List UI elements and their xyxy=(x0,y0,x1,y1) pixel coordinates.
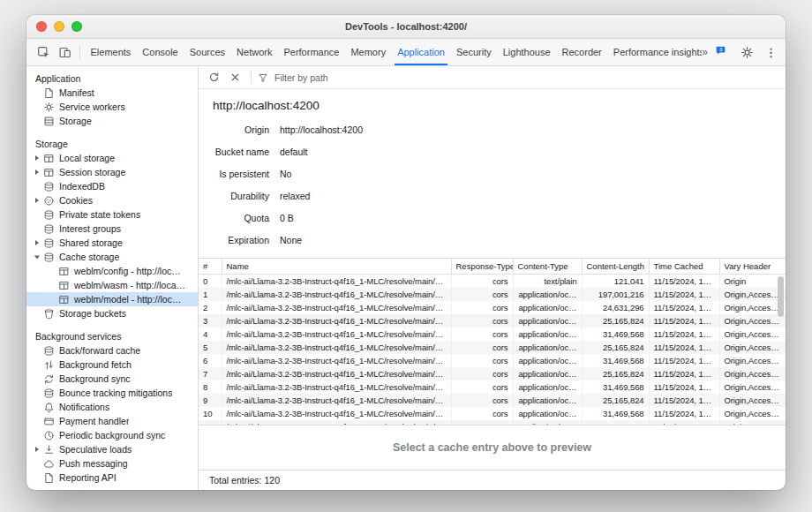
sidebar-item-private-state-tokens[interactable]: Private state tokens xyxy=(26,207,198,222)
grid-icon xyxy=(58,266,70,277)
column-header-vary-header[interactable]: Vary Header xyxy=(719,259,786,275)
sidebar-item-cookies[interactable]: Cookies xyxy=(26,193,198,207)
cell-content-length: 197,001,216 xyxy=(582,288,649,301)
sidebar-item-weblm-config-http-loc[interactable]: weblm/config - http://loc… xyxy=(26,264,198,278)
cell-: 10 xyxy=(199,407,222,420)
column-header-name[interactable]: Name xyxy=(222,259,451,275)
column-header-content-length[interactable]: Content-Length xyxy=(582,259,649,275)
cell-content-type: text/plain xyxy=(513,275,582,289)
close-window-button[interactable] xyxy=(36,21,47,32)
sidebar-item-reporting-api[interactable]: Reporting API xyxy=(26,471,198,485)
sidebar-item-background-fetch[interactable]: Background fetch xyxy=(26,358,198,372)
main-menu-button[interactable]: ⋮ xyxy=(765,46,777,59)
cache-entry-row[interactable]: 3/mlc-ai/Llama-3.2-3B-Instruct-q4f16_1-M… xyxy=(199,314,786,328)
toolbar-separator xyxy=(251,71,252,84)
minimize-window-button[interactable] xyxy=(54,21,64,32)
issues-counter-button[interactable]: 3 xyxy=(715,44,728,60)
column-header-[interactable]: # xyxy=(199,259,222,275)
chevron-right-icon[interactable] xyxy=(34,151,43,165)
sidebar-item-weblm-wasm-http-loca[interactable]: weblm/wasm - http://loca… xyxy=(26,278,198,292)
report-field-durability: Durabilityrelaxed xyxy=(199,184,786,207)
titlebar[interactable]: DevTools - localhost:4200/ xyxy=(26,15,786,39)
sidebar-item-manifest[interactable]: Manifest xyxy=(26,86,198,100)
cache-entry-row[interactable]: 7/mlc-ai/Llama-3.2-3B-Instruct-q4f16_1-M… xyxy=(199,367,786,380)
cell-response-type: cors xyxy=(451,288,513,301)
cache-entry-row[interactable]: 8/mlc-ai/Llama-3.2-3B-Instruct-q4f16_1-M… xyxy=(199,380,786,394)
sidebar-section-application[interactable]: Application xyxy=(26,72,198,86)
fullscreen-window-button[interactable] xyxy=(71,21,82,32)
sidebar-item-storage[interactable]: Storage xyxy=(26,114,198,128)
sidebar-item-notifications[interactable]: Notifications xyxy=(26,400,198,414)
sidebar-item-shared-storage[interactable]: Shared storage xyxy=(26,236,198,250)
sidebar-item-interest-groups[interactable]: Interest groups xyxy=(26,222,198,236)
sidebar-item-session-storage[interactable]: Session storage xyxy=(26,165,198,179)
tab-network[interactable]: Network xyxy=(231,39,278,65)
sidebar-item-back-forward-cache[interactable]: Back/forward cache xyxy=(26,343,198,358)
sidebar-item-periodic-background-sync[interactable]: Periodic background sync xyxy=(26,428,198,442)
table-scrollbar[interactable] xyxy=(778,276,784,317)
chevron-right-icon[interactable] xyxy=(34,165,43,179)
cell-content-type: application/oc… xyxy=(513,407,582,420)
expander-spacer xyxy=(34,86,43,100)
expander-spacer xyxy=(34,372,43,386)
tab-application[interactable]: Application xyxy=(392,39,451,65)
field-label: Origin xyxy=(207,124,269,135)
device-toolbar-button[interactable] xyxy=(54,41,75,63)
more-panels-button[interactable]: » xyxy=(702,46,707,58)
cache-entry-row[interactable]: 6/mlc-ai/Llama-3.2-3B-Instruct-q4f16_1-M… xyxy=(199,354,786,367)
tab-recorder[interactable]: Recorder xyxy=(556,39,607,65)
cache-entry-row[interactable]: 11/mlc-ai/Llama-3.2-3B-Instruct-q4f16_1-… xyxy=(199,420,786,425)
sidebar-item-weblm-model-http-loc[interactable]: weblm/model - http://loc… xyxy=(26,292,198,306)
expander-spacer xyxy=(34,114,43,128)
cache-entry-row[interactable]: 10/mlc-ai/Llama-3.2-3B-Instruct-q4f16_1-… xyxy=(199,407,786,420)
sidebar-section-background-services[interactable]: Background services xyxy=(26,329,198,343)
column-header-content-type[interactable]: Content-Type xyxy=(513,259,582,275)
cache-entry-row[interactable]: 1/mlc-ai/Llama-3.2-3B-Instruct-q4f16_1-M… xyxy=(199,288,786,301)
chevron-right-icon[interactable] xyxy=(34,236,43,250)
sidebar-item-label: Background fetch xyxy=(59,359,132,370)
sidebar-item-label: Shared storage xyxy=(59,237,123,248)
cache-entry-row[interactable]: 0/mlc-ai/Llama-3.2-3B-Instruct-q4f16_1-M… xyxy=(199,275,786,289)
bell-icon xyxy=(43,402,55,413)
cache-entry-row[interactable]: 5/mlc-ai/Llama-3.2-3B-Instruct-q4f16_1-M… xyxy=(199,341,786,354)
sync-icon xyxy=(43,373,55,385)
chevron-down-icon[interactable] xyxy=(34,250,43,264)
sidebar-item-storage-buckets[interactable]: Storage buckets xyxy=(26,306,198,320)
sidebar-item-service-workers[interactable]: Service workers xyxy=(26,100,198,114)
cache-entry-row[interactable]: 9/mlc-ai/Llama-3.2-3B-Instruct-q4f16_1-M… xyxy=(199,394,786,407)
sidebar-item-payment-handler[interactable]: Payment handler xyxy=(26,414,198,428)
tab-performance-insights[interactable]: Performance insights xyxy=(607,39,702,65)
cell-time-cached: 11/15/2024, 10… xyxy=(649,288,719,301)
cell-: 8 xyxy=(199,380,222,394)
tab-performance[interactable]: Performance xyxy=(278,39,345,65)
sidebar-section-storage[interactable]: Storage xyxy=(26,137,198,151)
sidebar-item-cache-storage[interactable]: Cache storage xyxy=(26,250,198,264)
column-header-time-cached[interactable]: Time Cached xyxy=(649,259,719,275)
tab-console[interactable]: Console xyxy=(137,39,184,65)
sidebar-item-bounce-tracking-mitigations[interactable]: Bounce tracking mitigations xyxy=(26,386,198,400)
delete-selected-button[interactable] xyxy=(225,68,244,87)
chevron-right-icon[interactable] xyxy=(34,442,43,456)
refresh-button[interactable] xyxy=(204,68,223,87)
sidebar-item-local-storage[interactable]: Local storage xyxy=(26,151,198,165)
cache-entry-row[interactable]: 2/mlc-ai/Llama-3.2-3B-Instruct-q4f16_1-M… xyxy=(199,301,786,314)
cache-entry-row[interactable]: 4/mlc-ai/Llama-3.2-3B-Instruct-q4f16_1-M… xyxy=(199,328,786,341)
tab-lighthouse[interactable]: Lighthouse xyxy=(497,39,556,65)
tab-security[interactable]: Security xyxy=(450,39,497,65)
sidebar-item-indexeddb[interactable]: IndexedDB xyxy=(26,179,198,193)
sidebar-item-speculative-loads[interactable]: Speculative loads xyxy=(26,442,198,456)
status-bar: Total entries: 120 xyxy=(199,470,786,490)
settings-button[interactable] xyxy=(736,41,757,63)
cache-storage-panel: http://localhost:4200 Originhttp://local… xyxy=(199,66,786,490)
tab-elements[interactable]: Elements xyxy=(85,39,137,65)
sidebar-item-background-sync[interactable]: Background sync xyxy=(26,372,198,386)
column-header-response-type[interactable]: Response-Type xyxy=(451,259,513,275)
tab-memory[interactable]: Memory xyxy=(345,39,392,65)
filter-input[interactable] xyxy=(273,72,396,84)
sidebar-item-label: Payment handler xyxy=(59,416,129,426)
inspect-element-button[interactable] xyxy=(33,41,54,63)
cell-content-type: application/oc… xyxy=(513,394,582,407)
tab-sources[interactable]: Sources xyxy=(184,39,230,65)
chevron-right-icon[interactable] xyxy=(34,193,43,207)
sidebar-item-push-messaging[interactable]: Push messaging xyxy=(26,456,198,471)
